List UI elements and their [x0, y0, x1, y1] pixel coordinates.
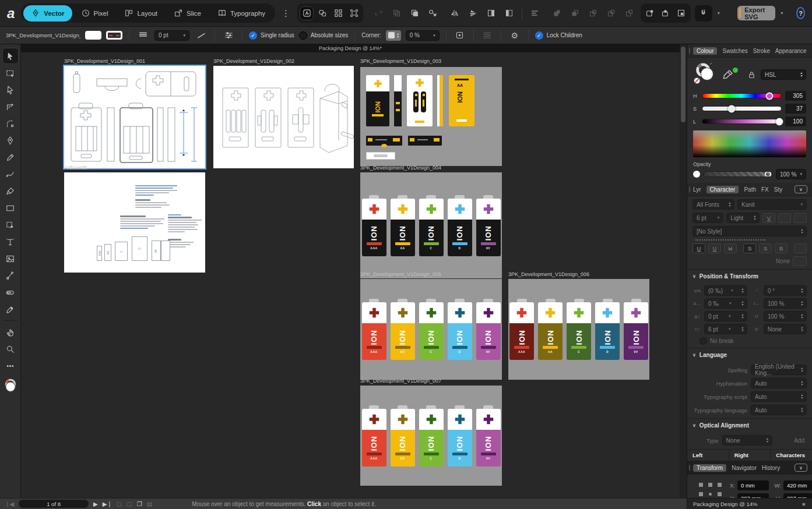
typography-script-select[interactable]: Auto▴▾ — [751, 391, 807, 402]
artboard5[interactable]: AAA AA C D 9V — [64, 172, 205, 273]
v-align-button[interactable]: V — [762, 213, 775, 223]
tab-layers[interactable]: Lyr — [693, 186, 701, 193]
col-characters[interactable]: Characters — [771, 450, 812, 461]
duplicate-icon[interactable] — [389, 6, 403, 20]
double-underline-button[interactable]: U — [708, 243, 721, 253]
col-right[interactable]: Right — [729, 450, 771, 461]
artboard-tool[interactable] — [2, 65, 19, 81]
battery-package[interactable]: IONAA — [391, 195, 415, 256]
artboard-label[interactable]: 3PK_Development_V1Design_004 — [360, 165, 441, 171]
single-radius-checkbox[interactable]: ✓Single radius — [249, 31, 294, 40]
convert-artboard-icon[interactable] — [480, 29, 494, 43]
colour-spectrum[interactable] — [693, 130, 806, 157]
export-dropdown-icon[interactable]: ▾ — [781, 10, 783, 16]
v-scale-select[interactable]: 100 %▴▾ — [764, 311, 807, 321]
battery-package[interactable]: ION9V — [476, 299, 501, 360]
hue-slider[interactable] — [702, 93, 782, 98]
artboard-002[interactable] — [213, 66, 354, 168]
absolute-sizes-checkbox[interactable]: ✓Absolute sizes — [299, 31, 348, 40]
battery-package[interactable]: IONAA — [538, 299, 563, 360]
col-left[interactable]: Left — [687, 450, 729, 461]
opacity-select[interactable]: 100 %▾ — [776, 169, 806, 179]
first-page-icon[interactable]: ❘◀ — [5, 501, 14, 507]
superscript-button[interactable]: S — [743, 243, 756, 253]
fill-stroke-selector[interactable] — [693, 62, 718, 87]
text-stroke-swatch[interactable] — [794, 213, 807, 223]
lightness-slider[interactable] — [702, 119, 782, 124]
artboard-label[interactable]: 3PK_Development_V1Design_005 — [360, 271, 441, 277]
more-tools[interactable] — [2, 358, 19, 374]
move-tool[interactable] — [2, 48, 19, 64]
corner-tool[interactable] — [2, 115, 19, 132]
colour-picker-widget[interactable] — [722, 69, 734, 80]
notes-icon[interactable]: ▤ — [147, 501, 152, 507]
artboard-label[interactable]: 3PK_Development_V1Design_007 — [360, 378, 441, 384]
battery-package[interactable]: IOND — [448, 299, 472, 360]
corner-stepper[interactable]: ▴▾ — [397, 33, 399, 38]
position-transform-header[interactable]: ∨Position & Transform — [687, 269, 812, 283]
text-colour-swatch[interactable] — [778, 213, 791, 223]
boolean-divide-icon[interactable] — [604, 6, 618, 20]
spelling-select[interactable]: English (United King...▴▾ — [751, 365, 807, 375]
tab-navigator[interactable]: Navigator — [732, 465, 757, 471]
battery-package[interactable]: ION9V — [624, 299, 648, 360]
x-input[interactable]: 0 mm — [737, 480, 769, 490]
boolean-intersect-icon[interactable] — [586, 6, 600, 20]
colour-selector[interactable] — [2, 374, 19, 398]
insert-on-top-icon[interactable] — [659, 6, 673, 20]
font-weight-select[interactable]: Light▴▾ — [726, 213, 760, 223]
canvas-scrollbar[interactable] — [680, 44, 687, 498]
colour-model-select[interactable]: HSL▴▾ — [761, 69, 806, 80]
extra-style-button[interactable] — [794, 243, 807, 253]
page-indicator[interactable]: 1 of 8 — [19, 500, 89, 508]
battery-package[interactable]: IONC — [567, 299, 591, 360]
strikethrough-button[interactable]: U — [724, 243, 737, 253]
baseline-select[interactable]: 0 pt▾▴▾ — [704, 311, 747, 321]
artboard-006[interactable]: IONAAA IONAA IONC IOND ION9V — [508, 279, 649, 380]
persona-typography[interactable]: Typography — [210, 5, 273, 22]
hue-value[interactable]: 305 — [785, 91, 806, 101]
fill-swatch[interactable] — [85, 31, 101, 40]
artboard-003[interactable]: ION — [360, 67, 502, 166]
arrange-forward-icon[interactable] — [484, 6, 498, 20]
colour-picker-tool[interactable] — [2, 301, 19, 317]
lock-icon[interactable] — [747, 70, 756, 79]
battery-package[interactable]: IONAAA — [362, 405, 386, 466]
last-page-icon[interactable]: ▶❘ — [103, 501, 112, 507]
style-source-icon[interactable] — [300, 6, 314, 20]
leading-select[interactable]: 6 pt▾▴▾ — [704, 324, 747, 334]
artboard-label[interactable]: 3PK_Development_V1Design_002 — [213, 58, 294, 64]
h-scale-select[interactable]: 100 %▴▾ — [764, 298, 807, 309]
w-input[interactable]: 420 mm — [783, 480, 812, 490]
help-icon[interactable]: ? — [796, 7, 805, 19]
flip-vertical-icon[interactable] — [466, 6, 480, 20]
language-header[interactable]: ∨Language — [687, 348, 812, 362]
battery-package[interactable]: IONAA — [391, 299, 415, 360]
artboard-label[interactable]: 3PK_Development_V1Design_006 — [508, 271, 589, 277]
export-svg-button[interactable]: Export SVG — [737, 6, 775, 20]
battery-package[interactable]: IONC — [419, 195, 444, 256]
persona-pixel[interactable]: Pixel — [73, 5, 116, 22]
frame-text-tool[interactable] — [2, 234, 19, 250]
battery-package[interactable]: ION9V — [476, 195, 501, 256]
picture-frame-tool[interactable] — [2, 250, 19, 267]
lock-children-checkbox[interactable]: ✓Lock Children — [535, 31, 582, 40]
pressure-line-icon[interactable] — [194, 29, 208, 43]
hyphenation-select[interactable]: Auto▴▾ — [751, 378, 807, 388]
script-select[interactable]: None▴▾ — [764, 324, 807, 334]
snapping-magnet-icon[interactable] — [695, 5, 712, 22]
battery-package[interactable]: IOND — [448, 405, 472, 466]
font-collection-select[interactable]: All Fonts▴▾ — [693, 199, 734, 210]
view-hand-tool[interactable] — [2, 324, 19, 340]
bold-button[interactable]: B — [775, 243, 788, 253]
panel-menu-button[interactable]: ∨ — [795, 185, 807, 193]
y-input[interactable]: 297 mm — [737, 493, 769, 498]
paint-brush-tool[interactable] — [2, 183, 19, 199]
tracking-select[interactable]: 0 ‰▾▴▾ — [704, 298, 747, 309]
next-page-icon[interactable]: ▶ — [93, 501, 98, 507]
preflight-icon[interactable]: ▢ — [117, 501, 122, 507]
tab-transform[interactable]: Transform — [693, 464, 726, 472]
opacity-slider[interactable] — [704, 171, 772, 177]
insert-behind-icon[interactable] — [643, 6, 657, 20]
artboard-label[interactable]: 3PK_Development_V1Design_003 — [360, 58, 441, 64]
